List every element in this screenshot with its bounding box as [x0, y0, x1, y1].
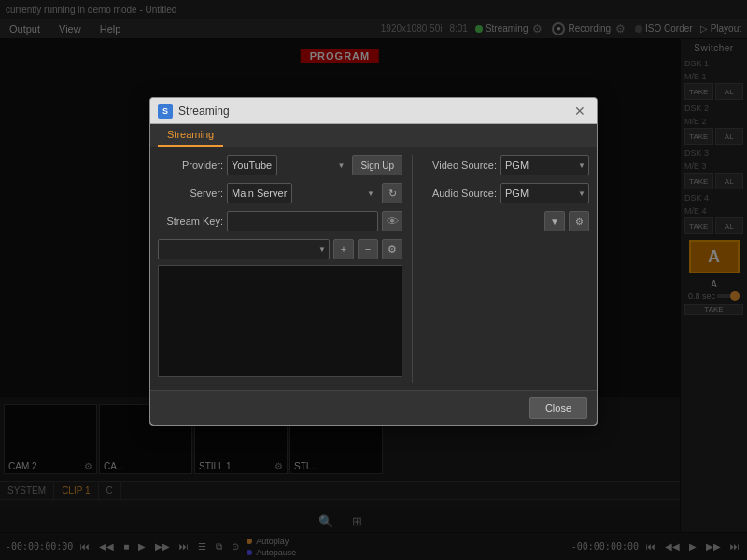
eye-button[interactable]: 👁 [382, 211, 402, 231]
audio-source-select[interactable]: PGM [500, 183, 589, 203]
encoder-select[interactable] [158, 239, 330, 259]
stream-key-input[interactable] [227, 211, 378, 231]
server-label: Server: [158, 188, 223, 199]
modal-overlay: S Streaming ✕ Streaming Provider: [0, 0, 747, 560]
right-btn-row: ▼ ⚙ [422, 211, 589, 231]
modal-footer: Close [150, 390, 597, 425]
audio-source-row: Audio Source: PGM [422, 183, 589, 203]
modal-icon-text: S [162, 106, 168, 116]
streaming-tab[interactable]: Streaming [158, 124, 223, 147]
modal-left: Provider: YouTube Sign Up Server: [158, 155, 402, 383]
encoder-row: + − ⚙ [158, 239, 402, 259]
video-source-label: Video Source: [422, 160, 497, 171]
video-source-row: Video Source: PGM [422, 155, 589, 175]
server-row: Server: Main Server ↻ [158, 183, 402, 203]
modal-icon: S [158, 104, 173, 119]
stream-key-label: Stream Key: [158, 216, 223, 227]
modal-title: Streaming [178, 105, 565, 118]
video-source-select[interactable]: PGM [500, 155, 589, 175]
stream-key-row: Stream Key: 👁 [158, 211, 402, 231]
encoder-select-wrapper [158, 239, 330, 259]
modal-content: Provider: YouTube Sign Up Server: [150, 147, 597, 390]
audio-select-wrapper: PGM [500, 183, 589, 203]
modal-tabs: Streaming [150, 124, 597, 147]
provider-select[interactable]: YouTube [227, 155, 277, 175]
settings-btn[interactable]: ⚙ [569, 211, 589, 231]
provider-label: Provider: [158, 160, 223, 171]
modal-right: Video Source: PGM Audio Source: PGM [412, 155, 589, 383]
provider-row: Provider: YouTube Sign Up [158, 155, 402, 175]
server-select-wrapper: Main Server [227, 183, 378, 203]
encoder-add-btn[interactable]: + [333, 239, 354, 259]
encoder-panel [158, 265, 402, 377]
video-select-wrapper: PGM [500, 155, 589, 175]
server-select[interactable]: Main Server [227, 183, 292, 203]
down-btn[interactable]: ▼ [544, 211, 565, 231]
modal-close-button[interactable]: ✕ [571, 104, 589, 119]
modal-body: Streaming Provider: YouTube Sign Up [150, 124, 597, 390]
streaming-modal: S Streaming ✕ Streaming Provider: [149, 97, 598, 426]
provider-select-wrapper: YouTube [227, 155, 348, 175]
signup-button[interactable]: Sign Up [352, 155, 402, 175]
close-button[interactable]: Close [529, 397, 587, 419]
encoder-remove-btn[interactable]: − [358, 239, 378, 259]
modal-titlebar: S Streaming ✕ [150, 98, 597, 124]
encoder-settings-btn[interactable]: ⚙ [382, 239, 402, 259]
refresh-button[interactable]: ↻ [382, 183, 402, 203]
audio-source-label: Audio Source: [422, 188, 497, 199]
